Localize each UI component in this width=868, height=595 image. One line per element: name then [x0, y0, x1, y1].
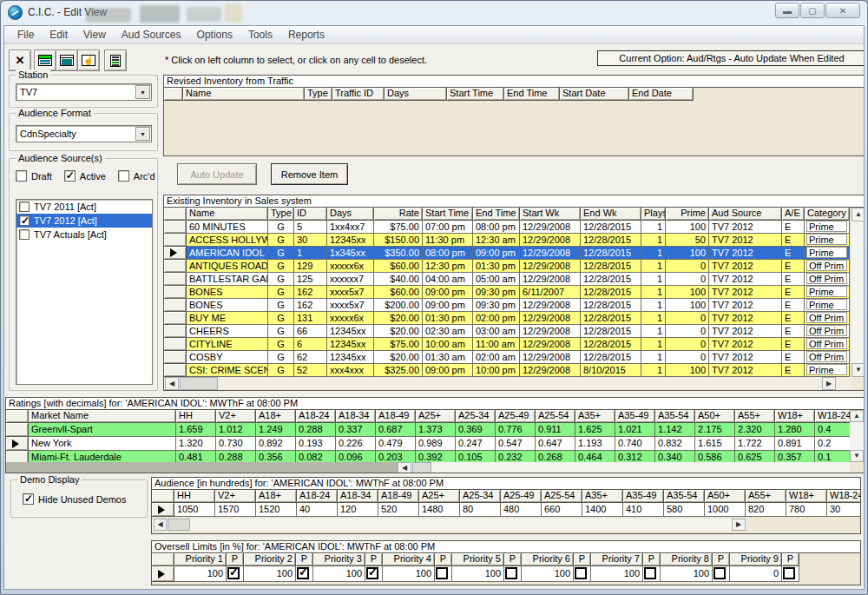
inventory-cell[interactable]: 1 [641, 260, 666, 273]
audience-cell[interactable]: 80 [460, 503, 501, 517]
list-item[interactable]: TV7 2011 [Act] [16, 200, 152, 214]
scroll-up-icon[interactable]: ▲ [852, 208, 865, 221]
inventory-cell[interactable]: 09:00 pm [423, 286, 473, 299]
audience-cell[interactable]: 1480 [419, 503, 460, 517]
rating-cell[interactable]: 1.193 [575, 437, 615, 451]
scrollbar-thumb[interactable] [412, 462, 431, 473]
oversell-value-cell[interactable]: 100 [591, 566, 643, 582]
inventory-cell[interactable]: 60 MINUTES [187, 221, 268, 234]
checkbox-icon[interactable] [366, 567, 378, 579]
category-cell[interactable]: Off Prim [806, 325, 847, 336]
inventory-cell[interactable]: 1 [641, 234, 666, 247]
rating-cell[interactable]: 0.740 [615, 437, 655, 451]
rating-cell[interactable]: 1.021 [615, 423, 655, 437]
inventory-cell[interactable]: E [782, 299, 805, 312]
inventory-cell[interactable]: G [268, 338, 294, 351]
inventory-cell[interactable]: 08:00 pm [473, 221, 520, 234]
audience-cell[interactable]: 580 [664, 503, 705, 517]
horizontal-scrollbar[interactable] [152, 519, 746, 531]
category-cell[interactable]: Prime [806, 247, 847, 258]
inventory-cell[interactable]: 02:00 pm [473, 312, 520, 325]
inventory-cell[interactable]: Prime [805, 299, 850, 312]
inventory-cell[interactable]: TV7 2012 [709, 338, 782, 351]
category-cell[interactable]: Prime [806, 234, 847, 245]
row-selector[interactable] [6, 423, 29, 437]
inventory-cell[interactable]: $60.00 [374, 260, 423, 273]
inventory-cell[interactable]: 12/28/2015 [581, 351, 641, 364]
category-cell[interactable]: Prime [806, 364, 847, 375]
inventory-cell[interactable]: $75.00 [374, 338, 423, 351]
inventory-cell[interactable]: 0 [666, 273, 709, 286]
inventory-cell[interactable]: TV7 2012 [709, 234, 782, 247]
inventory-cell[interactable]: 10:00 pm [473, 364, 520, 377]
inventory-cell[interactable]: 12/29/2008 [520, 247, 581, 260]
menu-item-aud-sources[interactable]: Aud Sources [114, 27, 189, 43]
inventory-cell[interactable]: ACCESS HOLLYWOOD [187, 234, 268, 247]
row-selector[interactable] [164, 325, 187, 338]
inventory-cell[interactable]: xxxx5x7 [327, 286, 374, 299]
report-button[interactable] [104, 50, 127, 71]
category-cell[interactable]: Off Prim [806, 338, 847, 349]
inventory-cell[interactable]: 12/28/2015 [581, 273, 641, 286]
audience-cell[interactable]: 1570 [215, 503, 256, 517]
market-name-cell[interactable]: Miami-Ft. Lauderdale [29, 451, 176, 462]
menu-item-reports[interactable]: Reports [280, 27, 332, 43]
rating-cell[interactable]: 0.193 [296, 437, 336, 451]
oversell-p-cell[interactable] [227, 566, 244, 582]
inventory-cell[interactable]: 12345xx [327, 325, 374, 338]
inventory-cell[interactable]: 1 [641, 221, 666, 234]
inventory-cell[interactable]: TV7 2012 [709, 273, 782, 286]
inventory-cell[interactable]: $20.00 [374, 312, 423, 325]
inventory-cell[interactable]: E [782, 234, 805, 247]
rating-cell[interactable]: 0.392 [416, 451, 456, 462]
inventory-cell[interactable]: 1 [641, 273, 666, 286]
rating-cell[interactable]: 1.625 [575, 423, 615, 437]
inventory-cell[interactable]: 10:00 am [423, 338, 473, 351]
inventory-cell[interactable]: 1 [294, 247, 327, 260]
inventory-cell[interactable]: CSI: CRIME SCENE [187, 364, 268, 377]
rating-cell[interactable]: 0.547 [496, 437, 536, 451]
inventory-cell[interactable]: 09:00 pm [423, 364, 473, 377]
scroll-left-icon[interactable]: ◀ [154, 519, 167, 531]
inventory-cell[interactable]: 125 [294, 273, 327, 286]
audience-cell[interactable]: 820 [746, 503, 786, 517]
rating-cell[interactable]: 0.369 [456, 423, 496, 437]
inventory-cell[interactable]: G [268, 221, 294, 234]
inventory-cell[interactable]: 0 [666, 260, 709, 273]
menu-item-tools[interactable]: Tools [240, 27, 280, 43]
inventory-cell[interactable]: BONES [187, 299, 268, 312]
scroll-down-icon[interactable]: ▼ [850, 450, 864, 462]
inventory-cell[interactable]: Prime [805, 234, 850, 247]
inventory-cell[interactable]: $20.00 [374, 351, 423, 364]
rating-cell[interactable]: 0.776 [496, 423, 536, 437]
rating-cell[interactable]: 1.659 [176, 423, 216, 437]
row-selector[interactable] [164, 247, 187, 260]
inventory-cell[interactable]: Prime [805, 364, 850, 377]
inventory-cell[interactable]: 100 [666, 247, 709, 260]
oversell-p-cell[interactable] [643, 566, 661, 582]
inventory-cell[interactable]: 1 [641, 351, 666, 364]
inventory-cell[interactable]: Off Prim [805, 351, 850, 364]
inventory-cell[interactable]: ANTIQUES ROADS [187, 260, 268, 273]
hide-unused-demos-checkbox[interactable]: Hide Unused Demos [23, 493, 127, 505]
inventory-cell[interactable]: 05:00 am [473, 273, 520, 286]
inventory-cell[interactable]: 01:30 am [423, 351, 473, 364]
scroll-down-icon[interactable]: ▼ [852, 363, 865, 377]
category-cell[interactable]: Off Prim [806, 312, 847, 323]
inventory-cell[interactable]: 02:00 am [473, 351, 520, 364]
inventory-cell[interactable]: G [268, 364, 294, 377]
oversell-p-cell[interactable] [504, 566, 522, 582]
inventory-cell[interactable]: xxxx5x7 [327, 299, 374, 312]
inventory-cell[interactable]: CITYLINE [187, 338, 268, 351]
checkbox-icon[interactable] [19, 202, 30, 212]
rating-cell[interactable]: 0.082 [296, 451, 336, 462]
category-cell[interactable]: Off Prim [806, 351, 847, 362]
rating-cell[interactable]: 1.280 [775, 423, 815, 437]
oversell-p-cell[interactable] [574, 566, 591, 582]
inventory-cell[interactable]: E [782, 260, 805, 273]
checkbox-icon[interactable] [118, 170, 129, 182]
menu-item-file[interactable]: File [10, 27, 42, 43]
oversell-value-cell[interactable]: 100 [522, 566, 574, 582]
inventory-cell[interactable]: xxxxx6x [327, 260, 374, 273]
category-cell[interactable]: Prime [806, 286, 847, 297]
